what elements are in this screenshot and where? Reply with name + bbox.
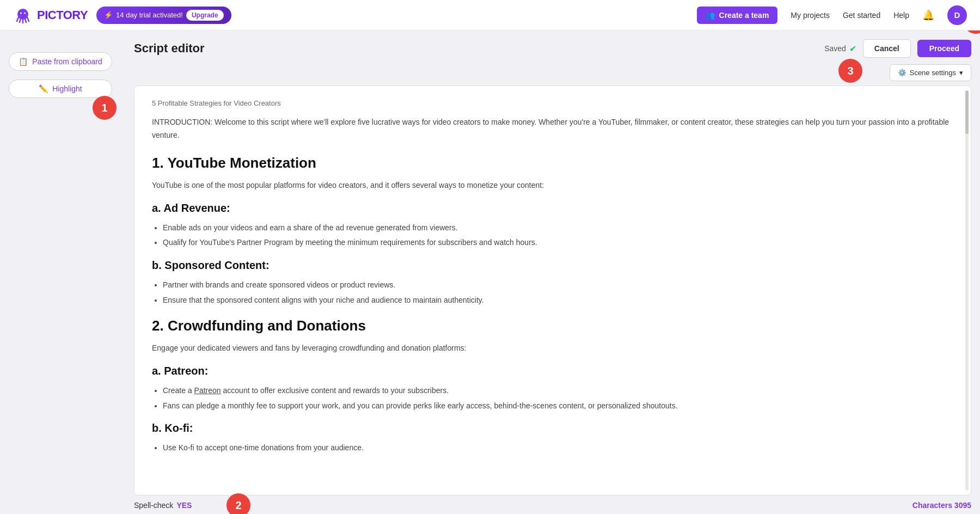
sidebar: 1 📋 Paste from clipboard ✏️ Highlight <box>0 30 125 514</box>
scene-settings-bar: 3 ⚙️ Scene settings ▾ <box>134 64 971 85</box>
check-icon: ✔ <box>849 44 856 54</box>
scene-settings-button[interactable]: ⚙️ Scene settings ▾ <box>890 64 971 81</box>
nav-help[interactable]: Help <box>893 11 909 20</box>
highlight-icon: ✏️ <box>39 84 48 93</box>
step-3-circle: 3 <box>838 59 862 83</box>
header-left: PICTORY ⚡ 14 day trial activated! Upgrad… <box>13 5 231 25</box>
saved-indicator: Saved ✔ <box>824 44 856 54</box>
svg-point-0 <box>17 9 28 20</box>
proceed-button[interactable]: Proceed <box>917 40 971 57</box>
paste-label: Paste from clipboard <box>32 57 102 66</box>
create-team-label: Create a team <box>719 11 769 20</box>
upgrade-button[interactable]: Upgrade <box>186 10 224 21</box>
clipboard-icon: 📋 <box>19 57 28 66</box>
svg-point-2 <box>24 12 26 14</box>
script-content: INTRODUCTION: Welcome to this script whe… <box>152 116 953 455</box>
char-value-highlight: 3095 <box>954 501 971 510</box>
spell-check-section: Spell-check YES <box>134 501 192 510</box>
subsection-2b-heading: b. Ko-fi: <box>152 419 953 437</box>
subsection-2a-heading: a. Patreon: <box>152 362 953 380</box>
character-count: Characters 3095 <box>912 501 971 510</box>
step-2-circle: 2 <box>226 493 250 514</box>
list-item: Create a Patreon account to offer exclus… <box>163 384 953 397</box>
subsection-1b-heading: b. Sponsored Content: <box>152 256 953 274</box>
trial-badge: ⚡ 14 day trial activated! Upgrade <box>96 7 231 24</box>
list-item: Partner with brands and create sponsored… <box>163 279 953 292</box>
cancel-button[interactable]: Cancel <box>863 39 911 58</box>
list-item: Fans can pledge a monthly fee to support… <box>163 400 953 413</box>
subsection-1a-bullets: Enable ads on your videos and earn a sha… <box>163 222 953 250</box>
section-2-heading: 2. Crowdfunding and Donations <box>152 314 953 338</box>
highlight-label: Highlight <box>52 84 82 93</box>
list-item: Enable ads on your videos and earn a sha… <box>163 222 953 235</box>
section-2-text: Engage your dedicated viewers and fans b… <box>152 342 953 355</box>
team-icon: 👥 <box>706 11 715 20</box>
chevron-down-icon: ▾ <box>959 69 963 77</box>
subsection-2a-bullets: Create a Patreon account to offer exclus… <box>163 384 953 413</box>
logo-text: PICTORY <box>37 8 88 22</box>
subsection-1a-heading: a. Ad Revenue: <box>152 199 953 217</box>
trial-text: 14 day trial activated! <box>116 11 183 19</box>
paste-from-clipboard-button[interactable]: 📋 Paste from clipboard <box>9 52 112 71</box>
content-area: Script editor 4 Saved ✔ Cancel Proceed 3… <box>125 30 980 514</box>
char-label: Characters <box>912 501 952 510</box>
patreon-link[interactable]: Patreon <box>194 386 221 395</box>
section-1-text: YouTube is one of the most popular platf… <box>152 179 953 192</box>
list-item: Ensure that the sponsored content aligns… <box>163 294 953 307</box>
create-team-button[interactable]: 👥 Create a team <box>697 7 778 24</box>
editor-box[interactable]: 5 Profitable Strategies for Video Creato… <box>134 85 971 495</box>
subsection-2b-bullets: Use Ko-fi to accept one-time donations f… <box>163 442 953 455</box>
avatar[interactable]: D <box>947 5 967 25</box>
header: PICTORY ⚡ 14 day trial activated! Upgrad… <box>0 0 980 30</box>
scene-settings-label: Scene settings <box>910 69 956 77</box>
spell-check-toggle[interactable]: YES <box>176 501 192 510</box>
scrollbar-thumb[interactable] <box>965 90 969 134</box>
nav-my-projects[interactable]: My projects <box>791 11 830 20</box>
page-title: Script editor <box>134 41 205 56</box>
list-item: Qualify for YouTube's Partner Program by… <box>163 236 953 249</box>
main-layout: 1 📋 Paste from clipboard ✏️ Highlight Sc… <box>0 30 980 514</box>
list-item: Use Ko-fi to accept one-time donations f… <box>163 442 953 455</box>
script-title: 5 Profitable Strategies for Video Creato… <box>152 99 953 107</box>
subsection-1b-bullets: Partner with brands and create sponsored… <box>163 279 953 307</box>
highlight-button[interactable]: ✏️ Highlight <box>9 79 112 98</box>
svg-point-1 <box>20 12 22 14</box>
editor-actions: 4 Saved ✔ Cancel Proceed <box>824 39 971 58</box>
logo-icon <box>13 5 33 25</box>
notification-bell-icon[interactable]: 🔔 <box>922 9 934 21</box>
section-1-heading: 1. YouTube Monetization <box>152 151 953 175</box>
saved-text: Saved <box>824 44 846 53</box>
logo: PICTORY <box>13 5 88 25</box>
nav-get-started[interactable]: Get started <box>843 11 880 20</box>
step-1-circle: 1 <box>93 96 117 120</box>
spell-check-label: Spell-check <box>134 501 173 510</box>
bottom-bar: 2 Spell-check YES Characters 3095 <box>134 495 971 514</box>
intro-paragraph: INTRODUCTION: Welcome to this script whe… <box>152 116 953 142</box>
gear-icon: ⚙️ <box>898 69 906 77</box>
scrollbar-track[interactable] <box>965 90 969 491</box>
header-right: 👥 Create a team My projects Get started … <box>697 5 967 25</box>
